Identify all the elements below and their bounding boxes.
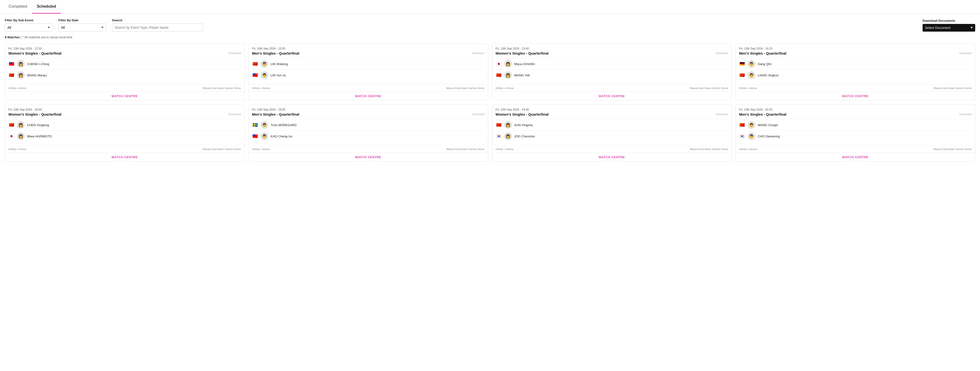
avatar: 👩	[504, 121, 512, 129]
avatar: 👨	[261, 60, 268, 68]
matches-note: | * All matches are in venue local time	[21, 35, 73, 39]
player-row: 🇨🇳 👩 CHEN Xingtong	[8, 119, 241, 131]
download-group: Download Documents Select Document	[923, 19, 975, 32]
match-card-inner: Fri, 13th Sep 2024 - 12:30 Women's Singl…	[5, 43, 244, 83]
venue-1: Infinity ∞ Arena	[739, 148, 757, 151]
match-card: Fri, 13th Sep 2024 - 19:05 Men's Singles…	[248, 104, 488, 162]
player-flag: 🇩🇪	[739, 62, 745, 66]
search-input[interactable]	[112, 24, 203, 32]
match-centre-row: MATCH CENTRE	[736, 91, 975, 100]
match-centre-row: MATCH CENTRE	[492, 91, 732, 100]
date-filter-select[interactable]: All	[58, 24, 106, 32]
player-flag: 🇹🇼	[252, 73, 258, 77]
match-card-inner: Fri, 13th Sep 2024 - 18:30 Women's Singl…	[5, 105, 244, 144]
player-flag: 🇯🇵	[8, 134, 14, 139]
search-group: Search	[112, 18, 203, 32]
venue-2: Macao East Asian Games Dome	[203, 148, 241, 151]
match-card: Fri, 13th Sep 2024 - 14:15 Men's Singles…	[735, 43, 975, 100]
player-row: 🇰🇷 👩 JOO Cheonhui	[496, 131, 728, 142]
player-flag: 🇨🇳	[739, 123, 745, 127]
filters-bar: Filter By Sub Event All Filter By Date A…	[0, 14, 980, 34]
player-name: WANG Manyu	[27, 73, 47, 77]
avatar: 👩	[504, 60, 512, 68]
match-datetime: Fri, 13th Sep 2024 - 19:05	[252, 108, 485, 111]
match-centre-row: MATCH CENTRE	[249, 153, 488, 161]
match-datetime: Fri, 13th Sep 2024 - 14:15	[739, 47, 972, 50]
venue-1: Infinity ∞ Arena	[252, 87, 270, 89]
search-label: Search	[112, 18, 203, 22]
player-name: LIN Yun-Ju	[270, 73, 286, 77]
match-card-inner: Fri, 13th Sep 2024 - 13:05 Men's Singles…	[249, 43, 488, 83]
avatar: 👩	[504, 71, 512, 79]
tabs-container: Completed Scheduled	[0, 0, 980, 14]
player-name: LIN Shidong	[270, 62, 288, 66]
match-title: Women's Singles - Quarterfinal	[496, 112, 549, 116]
match-centre-button[interactable]: MATCH CENTRE	[111, 155, 138, 159]
match-venues: Infinity ∞ Arena Macao East Asian Games …	[736, 84, 975, 91]
match-centre-row: MATCH CENTRE	[736, 153, 975, 161]
match-card-inner: Fri, 13th Sep 2024 - 19:05 Men's Singles…	[249, 105, 488, 144]
player-name: Truls MOREGARD	[270, 123, 297, 127]
match-venues: Infinity ∞ Arena Macao East Asian Games …	[5, 84, 244, 91]
match-card: Fri, 13th Sep 2024 - 20:15 Men's Singles…	[735, 104, 975, 162]
status-badge: Scheduled	[472, 112, 485, 116]
player-flag: 🇨🇳	[8, 123, 14, 127]
status-badge: Scheduled	[472, 51, 485, 54]
player-name: JOO Cheonhui	[514, 135, 535, 138]
match-centre-button[interactable]: MATCH CENTRE	[842, 155, 869, 159]
match-centre-button[interactable]: MATCH CENTRE	[355, 94, 381, 98]
venue-2: Macao East Asian Games Dome	[447, 148, 485, 151]
match-datetime: Fri, 13th Sep 2024 - 19:40	[496, 108, 728, 111]
date-filter-group: Filter By Date All	[58, 18, 106, 32]
match-title: Men's Singles - Quarterfinal	[739, 51, 786, 55]
player-name: LIANG Jingkun	[758, 73, 778, 77]
venue-1: Infinity ∞ Arena	[8, 87, 26, 89]
tab-scheduled[interactable]: Scheduled	[32, 0, 61, 14]
player-flag: 🇹🇼	[8, 62, 14, 66]
venue-2: Macao East Asian Games Dome	[934, 148, 972, 151]
match-centre-button[interactable]: MATCH CENTRE	[355, 155, 381, 159]
player-flag: 🇰🇷	[739, 134, 745, 139]
player-flag: 🇹🇼	[252, 134, 258, 139]
avatar: 👩	[17, 121, 25, 129]
player-row: 🇯🇵 👩 Miwa HARIMOTO	[8, 131, 241, 142]
venue-2: Macao East Asian Games Dome	[690, 87, 728, 89]
venue-1: Infinity ∞ Arena	[8, 148, 26, 151]
matches-grid: Fri, 13th Sep 2024 - 12:30 Women's Singl…	[0, 41, 980, 166]
player-row: 🇨🇳 👩 WANG Yidi	[496, 69, 728, 81]
avatar: 👩	[504, 132, 512, 140]
match-centre-row: MATCH CENTRE	[5, 91, 244, 100]
player-flag: 🇨🇳	[496, 73, 502, 77]
player-row: 🇨🇳 👨 WANG Chuqin	[739, 119, 972, 131]
match-venues: Infinity ∞ Arena Macao East Asian Games …	[5, 145, 244, 153]
match-centre-button[interactable]: MATCH CENTRE	[599, 155, 625, 159]
player-row: 🇨🇳 👨 LIN Shidong	[252, 58, 485, 69]
match-centre-button[interactable]: MATCH CENTRE	[842, 94, 869, 98]
match-title: Men's Singles - Quarterfinal	[252, 51, 299, 55]
player-row: 🇨🇳 👩 WANG Manyu	[8, 69, 241, 81]
match-centre-button[interactable]: MATCH CENTRE	[599, 94, 625, 98]
player-row: 🇨🇳 👩 SUN Yingsha	[496, 119, 728, 131]
avatar: 👨	[748, 132, 755, 140]
player-row: 🇹🇼 👨 KAO Cheng-Jui	[252, 131, 485, 142]
player-flag: 🇯🇵	[496, 62, 502, 66]
match-card: Fri, 13th Sep 2024 - 13:05 Men's Singles…	[248, 43, 488, 100]
download-select[interactable]: Select Document	[923, 24, 975, 32]
status-badge: Scheduled	[959, 51, 972, 54]
match-venues: Infinity ∞ Arena Macao East Asian Games …	[249, 145, 488, 153]
venue-2: Macao East Asian Games Dome	[203, 87, 241, 89]
match-venues: Infinity ∞ Arena Macao East Asian Games …	[492, 84, 732, 91]
match-datetime: Fri, 13th Sep 2024 - 20:15	[739, 108, 972, 111]
player-row: 🇰🇷 👨 CHO Daeseong	[739, 131, 972, 142]
player-name: WANG Yidi	[514, 73, 530, 77]
player-row: 🇯🇵 👩 Miyuu KIHARA	[496, 58, 728, 69]
match-card-inner: Fri, 13th Sep 2024 - 13:40 Women's Singl…	[492, 43, 732, 83]
player-row: 🇹🇼 👩 CHENG I-Ching	[8, 58, 241, 69]
match-centre-button[interactable]: MATCH CENTRE	[111, 94, 138, 98]
sub-event-filter-label: Filter By Sub Event	[5, 18, 52, 22]
status-badge: Scheduled	[229, 51, 241, 54]
tab-completed[interactable]: Completed	[4, 0, 32, 14]
sub-event-filter-select[interactable]: All	[5, 24, 52, 32]
venue-2: Macao East Asian Games Dome	[690, 148, 728, 151]
avatar: 👨	[748, 121, 755, 129]
